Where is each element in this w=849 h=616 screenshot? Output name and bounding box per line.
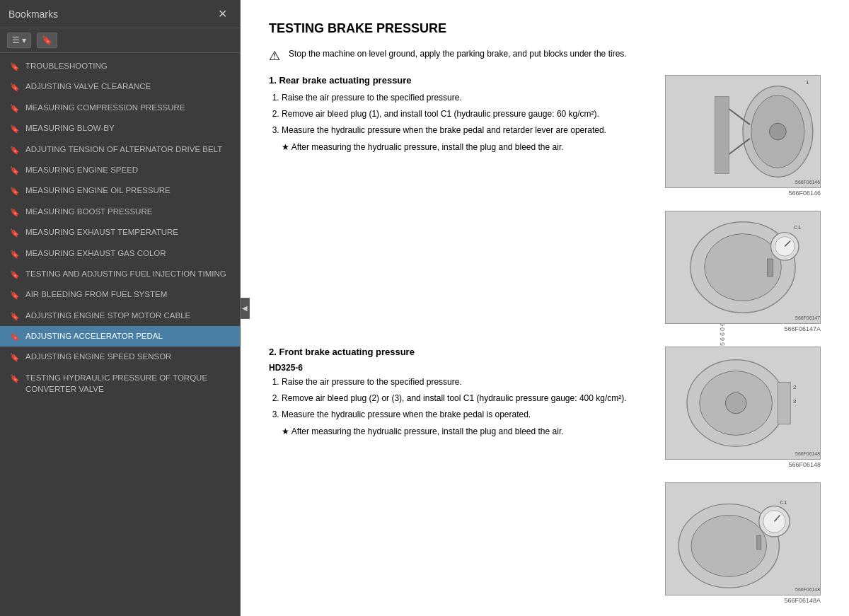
bookmark-icon: 🔖 <box>10 373 20 384</box>
bookmark-icon: 🔖 <box>10 62 20 72</box>
bookmark-label: MEASURING ENGINE SPEED <box>25 164 233 175</box>
bookmark-item-testing-fuel-injection[interactable]: 🔖TESTING AND ADJUSTING FUEL INJECTION TI… <box>0 264 240 284</box>
image-566F06146: 1 566F06146 <box>665 75 821 188</box>
brake-image-4: C1 566F06148A <box>666 483 820 595</box>
section1-row: 1. Rear brake actuating pressure Raise t… <box>269 75 821 197</box>
svg-point-28 <box>691 515 767 576</box>
svg-rect-6 <box>715 97 729 174</box>
section2-text: 2. Front brake actuating pressure HD325-… <box>269 347 651 438</box>
bookmark-item-measuring-engine-speed[interactable]: 🔖MEASURING ENGINE SPEED <box>0 160 240 180</box>
list-item: Measure the hydraulic pressure when the … <box>282 124 651 137</box>
svg-text:3: 3 <box>793 398 797 405</box>
close-button[interactable]: ✕ <box>214 6 231 22</box>
image-566F06148A: C1 566F06148A <box>665 482 821 595</box>
svg-text:566F06147A: 566F06147A <box>795 315 820 320</box>
bookmark-icon: 🔖 <box>10 352 20 363</box>
image-566F06148: 2 3 566F06148 <box>665 347 821 460</box>
section2-header: 2. Front brake actuating pressure <box>269 347 651 357</box>
brake-image-3: 2 3 566F06148 <box>666 347 820 459</box>
bookmark-icon: 🔖 <box>10 124 20 134</box>
img4-caption: 566F06148A <box>665 597 821 604</box>
svg-text:1: 1 <box>806 79 809 86</box>
bookmark-item-measuring-boost[interactable]: 🔖MEASURING BOOST PRESSURE <box>0 202 240 222</box>
collapse-panel-button[interactable]: ◀ <box>240 298 250 319</box>
bookmark-label: ADJUSTING ENGINE STOP MOTOR CABLE <box>25 310 233 321</box>
bookmark-icon: 🔖 <box>10 165 20 176</box>
view-options-button[interactable]: ☰ ▾ <box>7 33 31 48</box>
list-item: Raise the air pressure to the specified … <box>282 91 651 105</box>
bookmark-item-adjusting-engine-speed-sensor[interactable]: 🔖ADJUSTING ENGINE SPEED SENSOR <box>0 347 240 367</box>
section1-image-col: 1 566F06146 566F06146 <box>665 75 821 197</box>
bookmark-item-measuring-compression[interactable]: 🔖MEASURING COMPRESSION PRESSURE <box>0 98 240 118</box>
section2-steps: Raise the air pressure to the specified … <box>282 376 651 422</box>
bookmark-icon: 🔖 <box>10 311 20 322</box>
section2-row: 2. Front brake actuating pressure HD325-… <box>269 347 821 468</box>
section1-star-note: ★ After measuring the hydrualic pressure… <box>282 141 651 153</box>
svg-point-3 <box>770 123 787 140</box>
bookmark-label: TESTING HYDRAULIC PRESSURE OF TORQUE CON… <box>25 372 233 395</box>
bookmark-label: ADJUSTING ENGINE SPEED SENSOR <box>25 351 233 362</box>
bookmark-item-testing-hydraulic[interactable]: 🔖TESTING HYDRAULIC PRESSURE OF TORQUE CO… <box>0 368 240 399</box>
warning-box: ⚠ Stop the machine on level ground, appl… <box>269 47 821 64</box>
bookmark-icon: 🔖 <box>10 228 20 238</box>
svg-rect-22 <box>778 382 790 424</box>
bookmark-icon: 🔖 <box>10 82 20 93</box>
section2-image2-col: C1 566F06148A 566F06148A <box>665 482 821 604</box>
bookmark-label: MEASURING ENGINE OIL PRESSURE <box>25 185 233 196</box>
toolbar-row: ☰ ▾ 🔖 <box>0 28 240 53</box>
svg-text:566F06148A: 566F06148A <box>795 587 820 592</box>
img1-caption: 566F06146 <box>665 190 821 197</box>
bookmark-icon: 🔖 <box>10 207 20 218</box>
brake-image-1: 1 566F06146 <box>666 76 820 187</box>
bookmark-button[interactable]: 🔖 <box>37 33 57 48</box>
bookmark-label: MEASURING EXHAUST TEMPERATURE <box>25 226 233 238</box>
bookmark-icon: 🔖 <box>10 290 20 301</box>
image-566F06147A: C1 566F06147A <box>665 211 821 324</box>
bookmark-label: ADJUSTING ACCELERATOR PEDAL <box>25 330 233 342</box>
svg-rect-33 <box>757 535 761 550</box>
bookmark-item-troubleshooting[interactable]: 🔖TROUBLESHOOTING <box>0 56 240 76</box>
bookmark-item-measuring-engine-oil[interactable]: 🔖MEASURING ENGINE OIL PRESSURE <box>0 180 240 201</box>
bookmark-label: MEASURING BLOW-BY <box>25 122 233 134</box>
bookmarks-title: Bookmarks <box>8 8 58 20</box>
bookmarks-panel: Bookmarks ✕ ☰ ▾ 🔖 🔖TROUBLESHOOTING🔖ADJUS… <box>0 0 241 616</box>
bookmark-item-adjusting-engine-stop[interactable]: 🔖ADJUSTING ENGINE STOP MOTOR CABLE <box>0 306 240 326</box>
img3-caption: 566F06148 <box>665 461 821 468</box>
bookmark-icon: 🔖 <box>10 249 20 260</box>
list-item: Raise the air pressure to the specified … <box>282 376 651 389</box>
bookmark-label: ADJUSTING VALVE CLEARANCE <box>25 81 233 92</box>
bookmark-label: TROUBLESHOOTING <box>25 60 233 71</box>
list-item: Remove air bleed plug (1), and install t… <box>282 107 651 121</box>
bookmark-label: ADJUTING TENSION OF ALTERNATOR DRIVE BEL… <box>25 144 233 155</box>
bookmark-item-measuring-exhaust-temp[interactable]: 🔖MEASURING EXHAUST TEMPERATURE <box>0 222 240 243</box>
bookmark-item-air-bleeding[interactable]: 🔖AIR BLEEDING FROM FUEL SYSTEM <box>0 284 240 305</box>
bookmark-item-measuring-blowby[interactable]: 🔖MEASURING BLOW-BY <box>0 118 240 139</box>
list-item: Measure the hydraulic pressure when the … <box>282 408 651 422</box>
img2-caption: 566F06147A <box>665 325 821 332</box>
brake-image-2: C1 566F06147A <box>666 211 820 323</box>
svg-point-21 <box>725 393 746 414</box>
svg-text:C1: C1 <box>780 499 787 506</box>
bookmark-icon: 🔖 <box>10 332 20 342</box>
section1-steps: Raise the air pressure to the specified … <box>282 91 651 138</box>
bookmark-item-adjusting-accelerator[interactable]: 🔖ADJUSTING ACCELERATOR PEDAL <box>0 326 240 347</box>
bookmark-item-adjuting-tension[interactable]: 🔖ADJUTING TENSION OF ALTERNATOR DRIVE BE… <box>0 139 240 160</box>
svg-text:566F06146: 566F06146 <box>795 180 820 185</box>
warning-icon: ⚠ <box>269 48 283 64</box>
section1-header: 1. Rear brake actuating pressure <box>269 75 651 86</box>
bookmark-icon: 🔖 <box>10 145 20 156</box>
bookmark-label: MEASURING BOOST PRESSURE <box>25 206 233 217</box>
list-item: Remove air bleed plug (2) or (3), and in… <box>282 392 651 405</box>
bookmark-icon: 🔖 <box>10 186 20 197</box>
svg-rect-16 <box>768 259 773 277</box>
bookmark-label: AIR BLEEDING FROM FUEL SYSTEM <box>25 289 233 300</box>
image2-row: C1 566F06147A 566F06147A <box>269 211 821 332</box>
bookmarks-list: 🔖TROUBLESHOOTING🔖ADJUSTING VALVE CLEARAN… <box>0 53 240 616</box>
bookmark-icon: 🔖 <box>10 269 20 280</box>
bookmark-item-measuring-exhaust-gas[interactable]: 🔖MEASURING EXHAUST GAS COLOR <box>0 243 240 264</box>
bookmark-label: TESTING AND ADJUSTING FUEL INJECTION TIM… <box>25 268 233 279</box>
bookmark-item-adjusting-valve[interactable]: 🔖ADJUSTING VALVE CLEARANCE <box>0 76 240 97</box>
section1-text: 1. Rear brake actuating pressure Raise t… <box>269 75 651 153</box>
section2-star-note: ★ After measuring the hydrualic pressure… <box>282 425 651 438</box>
warning-text: Stop the machine on level ground, apply … <box>289 47 627 60</box>
